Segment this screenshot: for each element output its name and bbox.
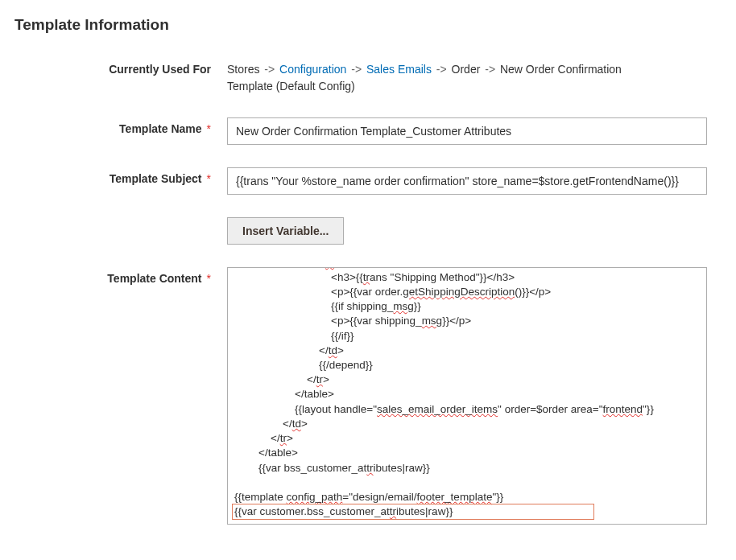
row-template-content: Template Content* </td> {{depend order.g…: [14, 267, 722, 525]
template-subject-input[interactable]: [227, 167, 707, 195]
label-template-content: Template Content*: [14, 267, 227, 285]
template-content-textarea[interactable]: </td> {{depend order.getIsNotVirtual()}}…: [227, 267, 707, 525]
breadcrumb-link-configuration[interactable]: Configuration: [279, 63, 346, 76]
breadcrumb-arrow: ->: [351, 63, 362, 76]
breadcrumb-arrow: ->: [264, 63, 275, 76]
label-template-name: Template Name*: [14, 117, 227, 135]
insert-variable-button[interactable]: Insert Variable...: [227, 217, 344, 245]
breadcrumb-part-default-config: Template (Default Config): [227, 80, 355, 93]
breadcrumb-part-stores: Stores: [227, 63, 259, 76]
row-currently-used-for: Currently Used For Stores -> Configurati…: [14, 58, 722, 95]
row-template-name: Template Name*: [14, 117, 722, 145]
breadcrumb-part-template: New Order Confirmation: [500, 63, 622, 76]
label-currently-used-for: Currently Used For: [14, 58, 227, 76]
template-name-input[interactable]: [227, 117, 707, 145]
breadcrumb-arrow: ->: [485, 63, 495, 76]
breadcrumb-link-sales-emails[interactable]: Sales Emails: [366, 63, 432, 76]
row-template-subject: Template Subject*: [14, 167, 722, 195]
breadcrumb: Stores -> Configuration -> Sales Emails …: [227, 58, 707, 95]
row-insert-variable: Insert Variable...: [14, 217, 722, 245]
label-template-subject: Template Subject*: [14, 167, 227, 185]
breadcrumb-arrow: ->: [436, 63, 447, 76]
section-title: Template Information: [14, 16, 722, 34]
breadcrumb-part-order: Order: [452, 63, 481, 76]
